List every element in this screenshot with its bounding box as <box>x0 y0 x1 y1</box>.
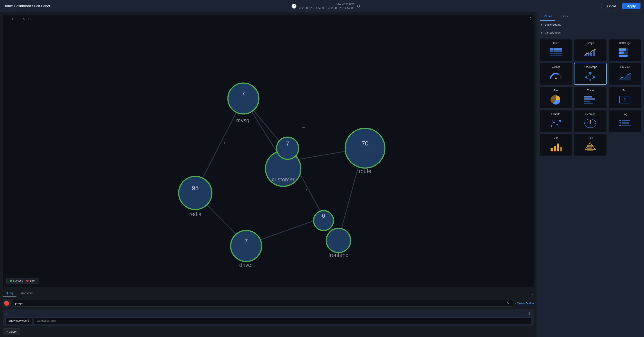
viz-label-table: Table <box>552 42 559 45</box>
viz-label-geomap: Geomap <box>585 113 595 116</box>
viz-label-log: Log <box>623 113 627 116</box>
tab-transform[interactable]: Transform <box>17 290 36 297</box>
svg-rect-79 <box>587 147 592 149</box>
viz-card-pie[interactable]: Pie <box>539 86 572 108</box>
viz-card-log[interactable]: Log <box>608 110 641 132</box>
query-row-a: A 🗑 Show services ℹ <box>3 309 534 326</box>
viz-label-graph: Graph <box>587 42 594 45</box>
geomap-icon <box>576 117 605 130</box>
text-icon: T <box>610 93 640 106</box>
node-frontend[interactable] <box>326 228 351 253</box>
svg-text:driver: driver <box>239 262 253 268</box>
apply-button[interactable]: Apply <box>622 3 640 9</box>
svg-point-47 <box>590 79 591 81</box>
show-services-text: Show services <box>8 319 27 322</box>
graph-icon <box>576 45 605 59</box>
svg-text:95: 95 <box>192 185 199 192</box>
svg-rect-28 <box>550 53 562 54</box>
svg-marker-52 <box>619 73 631 80</box>
svg-rect-56 <box>584 103 593 104</box>
query-row-header: A 🗑 <box>6 312 531 316</box>
left-panel: − FIT + ○ ⊞ ? <box>0 12 536 337</box>
svg-point-70 <box>620 122 621 124</box>
svg-point-68 <box>620 120 621 121</box>
viz-card-graph[interactable]: Graph <box>574 39 607 61</box>
svg-rect-73 <box>622 125 630 126</box>
tab-query[interactable]: Query <box>3 290 16 297</box>
node-redis[interactable] <box>179 176 212 210</box>
basic-setting-header[interactable]: ▼ Basic Setting <box>537 21 644 29</box>
query-option-link[interactable]: › Query Option <box>515 302 534 305</box>
add-query-label: + Query <box>6 330 17 333</box>
collapse-query-icon[interactable]: ⌄ <box>531 291 534 295</box>
svg-rect-55 <box>584 101 590 102</box>
svg-text:redis: redis <box>189 211 201 217</box>
svg-point-64 <box>558 126 559 127</box>
svg-text:T: T <box>624 97 626 102</box>
services-input[interactable] <box>34 318 531 324</box>
viz-card-table[interactable]: Table <box>539 39 572 61</box>
viz-card-geomap[interactable]: Geomap <box>574 110 607 132</box>
viz-card-nodegraph[interactable]: NodeGraph <box>574 63 607 85</box>
add-query-button[interactable]: + Query <box>3 329 20 335</box>
discard-button[interactable]: Discard <box>602 3 620 9</box>
datasource-input[interactable] <box>15 302 506 305</box>
circle-button[interactable]: ○ <box>22 17 26 21</box>
legend-error: Error <box>26 279 36 282</box>
header: Home Dashboard / Edit Panel 🕐 now-3h to … <box>0 0 644 12</box>
show-services-label: Show services ℹ <box>6 318 32 324</box>
viz-card-alert[interactable]: Alert <box>574 134 607 156</box>
visualization-label: Visualization <box>545 31 561 34</box>
node-route[interactable] <box>345 128 385 168</box>
chevron-up-icon: ▲ <box>540 31 543 34</box>
delete-query-button[interactable]: 🗑 <box>528 312 531 316</box>
datasource-select[interactable]: ✕ <box>13 300 513 307</box>
viz-label-trace: Trace <box>587 89 594 92</box>
main-layout: − FIT + ○ ⊞ ? <box>0 12 644 337</box>
viz-card-text[interactable]: Text T <box>608 86 641 108</box>
svg-line-50 <box>587 78 590 79</box>
help-button[interactable]: ? <box>530 17 532 21</box>
time-range[interactable]: now-3h to now 2023-08-25 11:52:39 - 2023… <box>299 2 354 10</box>
viz-label-stat: Stat 12.4 <box>620 65 630 68</box>
svg-line-49 <box>590 74 594 76</box>
svg-rect-80 <box>587 150 593 151</box>
svg-point-59 <box>551 125 552 127</box>
zoom-out-button[interactable]: − <box>5 17 9 21</box>
fit-button[interactable]: FIT <box>10 17 14 20</box>
time-range-section: 🕐 now-3h to now 2023-08-25 11:52:39 - 20… <box>291 2 360 10</box>
zoom-in-button[interactable]: + <box>16 17 20 21</box>
viz-label-echarts: Echarts <box>551 113 560 116</box>
node-mysql[interactable] <box>228 83 259 114</box>
viz-card-trace[interactable]: Trace <box>574 86 607 108</box>
svg-point-60 <box>553 122 555 123</box>
tab-panel[interactable]: Panel <box>540 12 555 20</box>
time-relative: now-3h to now <box>336 2 354 6</box>
svg-rect-34 <box>590 53 592 56</box>
node-driver[interactable] <box>231 231 262 261</box>
viz-card-bargauge[interactable]: BatGauge <box>608 39 641 61</box>
graph-legend: Success Error <box>6 278 39 284</box>
svg-rect-27 <box>550 50 562 52</box>
svg-text:70: 70 <box>362 140 368 147</box>
svg-text:customer: customer <box>272 176 294 183</box>
preview-area: − FIT + ○ ⊞ ? <box>3 15 534 287</box>
viz-card-gauge[interactable]: Gauge 79 <box>539 63 572 85</box>
visualization-header[interactable]: ▲ Visualization <box>537 29 644 36</box>
datasource-icon: 🔴 <box>3 299 10 307</box>
log-icon <box>610 117 640 130</box>
svg-point-61 <box>556 124 558 125</box>
datasource-clear-button[interactable]: ✕ <box>506 302 510 305</box>
filter-button[interactable]: ⊞ <box>28 16 32 21</box>
viz-label-text: Text <box>622 89 627 92</box>
viz-card-stat[interactable]: Stat 12.4 <box>608 63 641 85</box>
gear-icon[interactable]: ⚙ <box>357 4 360 8</box>
chevron-down-icon: ▼ <box>540 23 543 26</box>
viz-card-echarts[interactable]: Echarts <box>539 110 572 132</box>
viz-card-bar[interactable]: Bar <box>539 134 572 156</box>
svg-rect-26 <box>550 48 562 50</box>
info-icon[interactable]: ℹ <box>28 319 29 322</box>
svg-text:route: route <box>359 168 371 174</box>
tab-styles[interactable]: Styles <box>556 12 572 20</box>
viz-label-bargauge: BatGauge <box>619 42 631 45</box>
